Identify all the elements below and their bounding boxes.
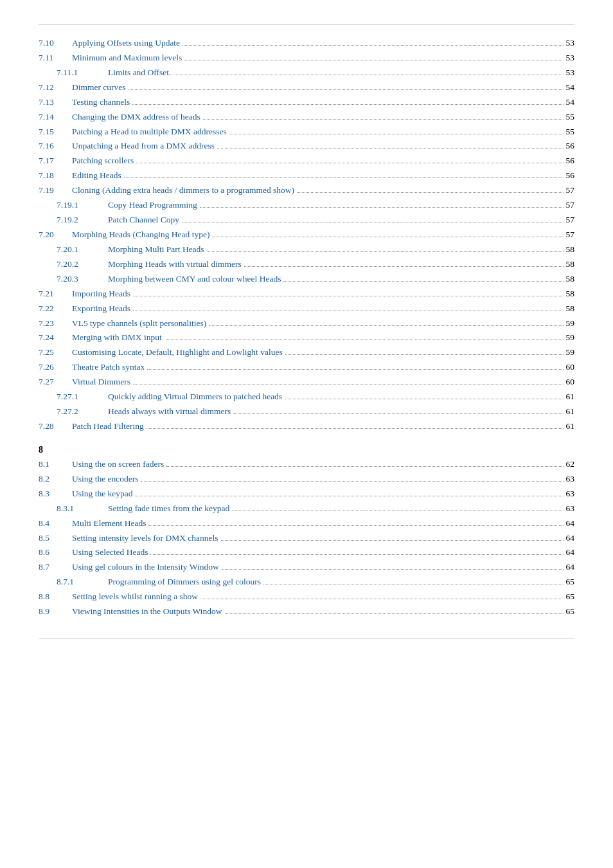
toc-dots (147, 428, 564, 429)
list-item: 8.3.1Setting fade times from the keypad6… (39, 502, 574, 516)
toc-number: 8.1 (39, 458, 72, 471)
toc-page: 62 (566, 458, 575, 471)
toc-dots (203, 119, 564, 120)
toc-page: 56 (566, 169, 575, 183)
toc-label: Using gel colours in the Intensity Windo… (72, 561, 219, 574)
list-item: 7.26Theatre Patch syntax60 (39, 361, 574, 374)
toc-label: Setting fade times from the keypad (108, 502, 229, 516)
toc-dots (221, 540, 564, 541)
list-item: 8.3Using the keypad63 (39, 487, 574, 501)
toc-page: 60 (566, 361, 575, 374)
toc-section-7: 7.10Applying Offsets using Update537.11M… (39, 37, 574, 433)
toc-number: 7.21 (39, 287, 72, 301)
toc-label: Limits and Offset. (108, 66, 171, 80)
toc-dots (129, 89, 564, 90)
toc-dots (233, 413, 563, 414)
list-item: 7.20Morphing Heads (Changing Head type)5… (39, 228, 574, 242)
toc-label: Testing channels (72, 96, 130, 109)
toc-page: 54 (566, 96, 575, 109)
toc-dots (182, 45, 563, 46)
toc-dots (173, 75, 563, 75)
list-item: 7.16Unpatching a Head from a DMX address… (39, 140, 574, 153)
toc-page: 61 (566, 420, 575, 433)
toc-page: 64 (566, 561, 575, 574)
toc-page: 57 (566, 184, 575, 197)
list-item: 7.27.1Quickly adding Virtual Dimmers to … (39, 390, 574, 404)
toc-dots (212, 237, 563, 237)
list-item: 7.20.1Morphing Multi Part Heads58 (39, 243, 574, 257)
toc-label: Exporting Heads (72, 302, 130, 316)
toc-page: 55 (566, 125, 575, 139)
toc-number: 7.15 (39, 125, 72, 139)
toc-page: 56 (566, 140, 575, 153)
toc-label: Setting intensity levels for DMX channel… (72, 532, 218, 545)
toc-page: 64 (566, 532, 575, 545)
toc-page: 56 (566, 154, 575, 168)
toc-label: Changing the DMX address of heads (72, 111, 200, 124)
toc-dots (133, 384, 563, 384)
list-item: 7.15Patching a Head to multiple DMX addr… (39, 125, 574, 139)
toc-label: Customising Locate, Default, Highlight a… (72, 346, 283, 359)
toc-number: 7.20.3 (57, 273, 108, 286)
toc-page: 58 (566, 243, 575, 257)
toc-dots (166, 466, 563, 467)
toc-number: 8.3 (39, 487, 72, 501)
toc-dots (141, 481, 563, 482)
list-item: 7.14Changing the DMX address of heads55 (39, 111, 574, 124)
toc-dots (244, 266, 564, 267)
toc-number: 7.25 (39, 346, 72, 359)
toc-label: Patching a Head to multiple DMX addresse… (72, 125, 227, 139)
toc-dots (207, 251, 564, 252)
toc-label: Heads always with virtual dimmers (108, 405, 231, 419)
toc-label: Quickly adding Virtual Dimmers to patche… (108, 390, 282, 404)
toc-label: Setting levels whilst running a show (72, 590, 198, 604)
toc-page: 57 (566, 199, 575, 212)
toc-dots (184, 60, 563, 60)
toc-page: 57 (566, 228, 575, 242)
toc-number: 7.16 (39, 140, 72, 153)
toc-dots (297, 192, 563, 193)
list-item: 7.23VL5 type channels (split personaliti… (39, 317, 574, 330)
toc-dots (209, 325, 563, 326)
toc-page: 59 (566, 346, 575, 359)
toc-label: Applying Offsets using Update (72, 37, 180, 50)
toc-section-8: 8.1Using the on screen faders628.2Using … (39, 458, 574, 619)
chapter-8-entry: 8 (39, 445, 574, 455)
toc-number: 7.17 (39, 154, 72, 168)
toc-page: 61 (566, 405, 575, 419)
toc-number: 7.19.1 (57, 199, 108, 212)
list-item: 7.13Testing channels54 (39, 96, 574, 109)
toc-dots (147, 369, 563, 370)
list-item: 8.8Setting levels whilst running a show6… (39, 590, 574, 604)
list-item: 7.19.2Patch Channel Copy57 (39, 213, 574, 227)
toc-dots (164, 339, 564, 340)
toc-dots (200, 599, 563, 599)
toc-label: Patch Head Filtering (72, 420, 144, 433)
chapter-8-number: 8 (39, 445, 57, 455)
toc-label: Using Selected Heads (72, 546, 148, 559)
page-header (39, 19, 574, 25)
toc-label: Programming of Dimmers using gel colours (108, 575, 261, 589)
toc-label: Editing Heads (72, 169, 121, 183)
toc-number: 8.7.1 (57, 575, 108, 589)
list-item: 7.10Applying Offsets using Update53 (39, 37, 574, 50)
toc-dots (229, 134, 564, 134)
toc-dots (124, 177, 564, 178)
toc-label: Cloning (Adding extra heads / dimmers to… (72, 184, 294, 197)
list-item: 7.17Patching scrollers56 (39, 154, 574, 168)
toc-page: 63 (566, 473, 575, 486)
list-item: 7.27.2Heads always with virtual dimmers6… (39, 405, 574, 419)
toc-page: 53 (566, 37, 575, 50)
toc-number: 8.2 (39, 473, 72, 486)
toc-page: 53 (566, 51, 575, 65)
toc-dots (133, 296, 563, 296)
toc-label: Using the on screen faders (72, 458, 164, 471)
toc-page: 58 (566, 287, 575, 301)
toc-dots (133, 311, 563, 311)
toc-number: 7.20.1 (57, 243, 108, 257)
toc-page: 53 (566, 66, 575, 80)
list-item: 7.27Virtual Dimmers60 (39, 375, 574, 389)
toc-label: Viewing Intensities in the Outputs Windo… (72, 605, 222, 619)
toc-number: 7.24 (39, 331, 72, 345)
toc-number: 7.11.1 (57, 66, 108, 80)
